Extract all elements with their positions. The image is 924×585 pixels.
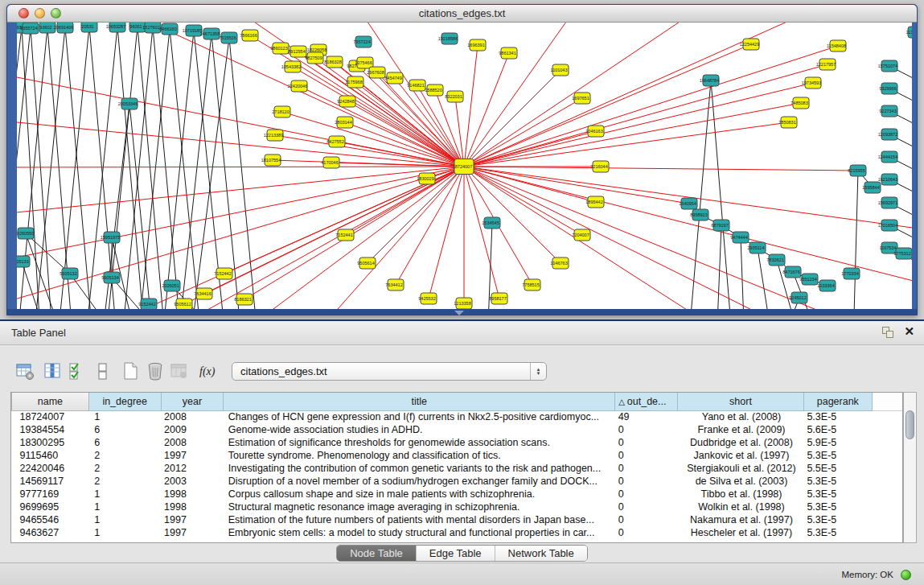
citation-edge-red[interactable]	[299, 86, 464, 167]
citation-edge-black[interactable]	[162, 31, 194, 310]
cell-short[interactable]: Stergiakouli et al. (2012)	[678, 462, 804, 475]
cell-short[interactable]: Wolkin et al. (1998)	[678, 501, 804, 513]
cell-pagerank[interactable]: 5.3E-5	[803, 488, 872, 501]
citation-edge-red[interactable]	[464, 23, 821, 167]
cell-year[interactable]: 1998	[161, 488, 224, 501]
window-titlebar[interactable]: citations_edges.txt	[7, 5, 917, 23]
cell-short[interactable]: Hescheler et al. (1997)	[678, 526, 804, 539]
cell-short[interactable]: de Silva et al. (2003)	[678, 475, 804, 488]
cell-title[interactable]: Genome-wide association studies in ADHD.	[224, 423, 615, 436]
cell-out_degree[interactable]: 0	[615, 488, 678, 501]
cell-out_degree[interactable]: 0	[615, 526, 678, 539]
table-row[interactable]: 1456911722003Disruption of a novel membe…	[12, 475, 903, 488]
show-columns-button[interactable]	[43, 360, 64, 382]
cell-name[interactable]: 9115460	[12, 449, 89, 462]
cell-year[interactable]: 1997	[161, 513, 224, 526]
citation-edge-black[interactable]	[138, 29, 170, 310]
cell-out_degree[interactable]: 0	[615, 475, 678, 488]
delete-table-button-disabled[interactable]	[170, 360, 191, 382]
column-header-pagerank[interactable]: pagerank	[803, 393, 872, 410]
cell-title[interactable]: Corpus callosum shape and size in male p…	[224, 488, 615, 501]
tab-network-table[interactable]: Network Table	[495, 546, 587, 561]
cell-title[interactable]: Structural magnetic resonance image aver…	[224, 501, 615, 513]
citation-edge-red[interactable]	[282, 112, 464, 167]
citation-edge-black[interactable]	[57, 27, 89, 310]
citation-edge-red[interactable]	[464, 83, 813, 167]
cell-in_degree[interactable]: 1	[88, 410, 161, 423]
cell-name[interactable]: 22420046	[12, 462, 89, 475]
cell-short[interactable]: Dudbridge et al. (2008)	[678, 436, 804, 449]
cell-year[interactable]: 2003	[161, 475, 224, 488]
cell-short[interactable]: Franke et al. (2009)	[678, 423, 804, 436]
citation-edge-black[interactable]	[65, 27, 93, 310]
cell-in_degree[interactable]: 2	[88, 449, 161, 462]
citation-edge-red[interactable]	[17, 167, 464, 167]
table-row[interactable]: 946554611997Estimation of the future num…	[12, 513, 903, 526]
citation-edge-red[interactable]	[306, 167, 464, 310]
citation-edge-black[interactable]	[22, 262, 49, 310]
cell-name[interactable]: 9699695	[12, 501, 89, 513]
table-mode-button[interactable]	[15, 360, 36, 382]
table-row[interactable]: 1830029562008Estimation of significance …	[12, 436, 903, 449]
table-row[interactable]: 1872400712008Changes of HCN gene express…	[12, 410, 903, 423]
cell-in_degree[interactable]: 6	[88, 436, 161, 449]
table-row[interactable]: 977716911998Corpus callosum shape and si…	[12, 488, 903, 501]
cell-short[interactable]: Yano et al. (2008)	[678, 410, 804, 423]
citation-edge-black[interactable]	[688, 80, 711, 310]
citation-edge-red[interactable]	[17, 71, 464, 167]
cell-title[interactable]: Changes of HCN gene expression and I(f) …	[224, 410, 615, 423]
cell-year[interactable]: 1998	[161, 501, 224, 513]
cell-out_degree[interactable]: 0	[615, 449, 678, 462]
cell-title[interactable]: Investigating the contribution of common…	[224, 462, 615, 475]
cell-out_degree[interactable]: 49	[615, 410, 678, 423]
column-header-title[interactable]: title	[224, 393, 615, 410]
tab-edge-table[interactable]: Edge Table	[416, 546, 495, 561]
citation-edge-red[interactable]	[17, 167, 464, 264]
citation-edge-red[interactable]	[184, 167, 464, 304]
cell-short[interactable]: Tibbo et al. (1998)	[678, 488, 804, 501]
unselect-all-columns-button[interactable]	[93, 360, 114, 382]
cell-pagerank[interactable]: 5.3E-5	[803, 410, 872, 423]
citation-edge-red[interactable]	[250, 35, 464, 167]
citation-edge-black[interactable]	[47, 27, 73, 310]
cell-name[interactable]: 14569117	[12, 475, 89, 488]
citation-edge-red[interactable]	[464, 167, 561, 263]
cell-in_degree[interactable]: 1	[88, 513, 161, 526]
citation-edge-black[interactable]	[717, 225, 721, 310]
network-canvas[interactable]: 1934493557249360220691406205311065328796…	[17, 23, 912, 310]
table-selector-dropdown[interactable]: citations_edges.txt ▲▼	[232, 362, 547, 381]
scrollbar-thumb[interactable]	[906, 410, 914, 439]
cell-in_degree[interactable]: 2	[88, 462, 161, 475]
citation-edge-black[interactable]	[121, 27, 153, 310]
citation-edge-red[interactable]	[464, 167, 596, 202]
tab-node-table[interactable]: Node Table	[337, 546, 416, 561]
cell-out_degree[interactable]: 0	[615, 513, 678, 526]
cell-year[interactable]: 1997	[161, 526, 224, 539]
citation-edge-black[interactable]	[153, 27, 182, 310]
cell-year[interactable]: 2008	[161, 436, 224, 449]
cell-name[interactable]: 18724007	[12, 410, 89, 423]
cell-name[interactable]: 18300295	[12, 436, 89, 449]
cell-pagerank[interactable]: 5.3E-5	[803, 513, 872, 526]
citation-edge-red[interactable]	[17, 167, 464, 216]
table-row[interactable]: 2242004622012Investigating the contribut…	[12, 462, 903, 475]
cell-title[interactable]: Estimation of the future numbers of pati…	[224, 513, 615, 526]
cell-in_degree[interactable]: 1	[88, 526, 161, 539]
cell-title[interactable]: Estimation of significance thresholds fo…	[224, 436, 615, 449]
select-all-columns-button[interactable]	[68, 360, 88, 382]
cell-year[interactable]: 2008	[161, 410, 224, 423]
cell-out_degree[interactable]: 0	[615, 462, 678, 475]
vertical-scrollbar[interactable]	[903, 392, 917, 543]
citation-edge-red[interactable]	[464, 167, 858, 171]
cell-title[interactable]: Disruption of a novel member of a sodium…	[224, 475, 615, 488]
table-row[interactable]: 1938455462009Genome-wide association stu…	[12, 423, 903, 436]
function-builder-button[interactable]: f(x)	[198, 360, 219, 382]
citation-edge-black[interactable]	[178, 34, 211, 310]
citation-edge-black[interactable]	[711, 80, 733, 310]
cell-name[interactable]: 9777169	[12, 488, 89, 501]
cell-name[interactable]: 9463627	[12, 526, 89, 539]
close-panel-icon[interactable]: ✕	[904, 324, 914, 339]
cell-year[interactable]: 2009	[161, 423, 224, 436]
citation-edge-red[interactable]	[293, 67, 464, 167]
splitter-handle[interactable]	[454, 311, 464, 315]
